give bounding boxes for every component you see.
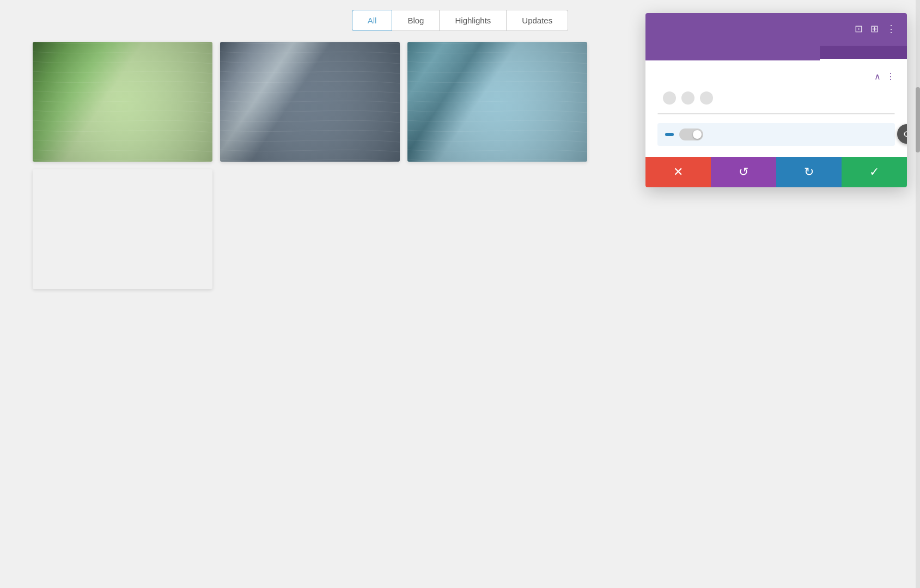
click-action-dropdown: [657, 113, 895, 114]
more-options-icon[interactable]: ⋮: [886, 23, 896, 35]
grid-image-4: [33, 169, 212, 289]
filter-tab-highlights[interactable]: Highlights: [440, 10, 507, 31]
image-canvas-4: [33, 169, 212, 289]
layout-icon[interactable]: ⊞: [870, 23, 879, 35]
reset-icon-btn[interactable]: [681, 91, 694, 105]
image-canvas-3: [407, 42, 587, 162]
section-header: ∧ ⋮: [657, 71, 895, 82]
cancel-button[interactable]: ✕: [645, 157, 711, 187]
panel-header: ⊡ ⊞ ⋮: [645, 13, 907, 46]
more-icon-btn[interactable]: [700, 91, 713, 105]
tab-content[interactable]: [645, 46, 733, 60]
click-action-row: [657, 91, 895, 105]
filter-tab-blog[interactable]: Blog: [392, 10, 440, 31]
section-more-icon[interactable]: ⋮: [886, 71, 895, 82]
toggle-switch[interactable]: [679, 128, 703, 140]
toggle-on-label: [665, 133, 674, 136]
filter-tab-all[interactable]: All: [352, 10, 393, 31]
image-canvas-1: [33, 42, 212, 162]
settings-panel: ⊡ ⊞ ⋮ ∧ ⋮: [645, 13, 907, 187]
undo-button[interactable]: ↺: [711, 157, 776, 187]
filter-tab-updates[interactable]: Updates: [507, 10, 568, 31]
tab-design[interactable]: [733, 46, 820, 60]
scrollbar-thumb[interactable]: [916, 87, 920, 152]
toggle-row: [657, 123, 895, 146]
grid-image-1: [33, 42, 212, 162]
tab-advanced[interactable]: [820, 46, 907, 60]
action-bar: ✕ ↺ ↻ ✓: [645, 157, 907, 187]
collapse-icon[interactable]: ∧: [874, 71, 881, 82]
grid-image-3: [407, 42, 587, 162]
screenshot-icon[interactable]: ⊡: [855, 23, 863, 35]
help-icon-btn[interactable]: [663, 91, 676, 105]
right-scrollbar: [916, 0, 920, 588]
toggle-knob: [693, 130, 702, 139]
image-canvas-2: [220, 42, 400, 162]
redo-button[interactable]: ↻: [776, 157, 842, 187]
confirm-button[interactable]: ✓: [842, 157, 907, 187]
panel-tabs: [645, 46, 907, 60]
panel-body: ∧ ⋮: [645, 60, 907, 157]
panel-header-icons: ⊡ ⊞ ⋮: [855, 23, 896, 35]
grid-image-2: [220, 42, 400, 162]
section-header-actions: ∧ ⋮: [874, 71, 895, 82]
